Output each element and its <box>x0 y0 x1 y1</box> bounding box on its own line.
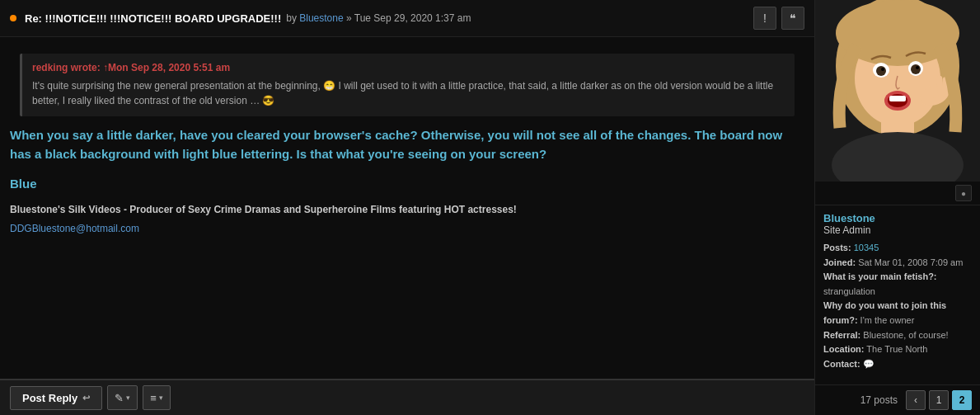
post-title: Re: !!!NOTICE!!! !!!NOTICE!!! BOARD UPGR… <box>25 12 281 25</box>
user-avatar <box>815 0 980 182</box>
tools-button[interactable]: ✎ ▾ <box>107 385 138 410</box>
new-post-indicator <box>10 15 16 21</box>
user-sidebar: ● Bluestone Site Admin Posts: 10345 Join… <box>815 0 980 415</box>
fetish-value: strangulation <box>823 286 875 296</box>
username-link[interactable]: Bluestone <box>823 212 875 224</box>
user-referral-stat: Referral: Bluestone, of course! <box>823 328 972 343</box>
contact-label: Contact: <box>823 359 860 369</box>
user-fetish-stat: What is your main fetish?: strangulation <box>823 270 972 299</box>
posts-count-link[interactable]: 10345 <box>854 243 879 252</box>
post-reply-label: Post Reply <box>22 392 77 404</box>
post-separator: » <box>346 12 352 24</box>
quote-author: redking <box>32 62 68 73</box>
sort-chevron-icon: ▾ <box>159 394 163 402</box>
referral-value: Bluestone, of course! <box>863 330 948 340</box>
quote-header: redking wrote: ↑Mon Sep 28, 2020 5:51 am <box>32 62 785 73</box>
quote-text: It's quite surprising the new general pr… <box>32 78 785 108</box>
scroll-indicator: ● <box>815 182 980 205</box>
post-author-link[interactable]: Bluestone <box>299 12 343 24</box>
posts-label: Posts: <box>823 243 851 252</box>
main-wrapper: Re: !!!NOTICE!!! !!!NOTICE!!! BOARD UPGR… <box>0 0 980 415</box>
location-value: The True North <box>866 344 927 354</box>
post-reply-button[interactable]: Post Reply ↩ <box>10 386 102 410</box>
by-label: by <box>286 12 297 24</box>
post-content-area: Re: !!!NOTICE!!! !!!NOTICE!!! BOARD UPGR… <box>0 0 815 415</box>
post-timestamp: Tue Sep 29, 2020 1:37 am <box>354 12 471 24</box>
post-container: Re: !!!NOTICE!!! !!!NOTICE!!! BOARD UPGR… <box>0 0 980 415</box>
tools-icon: ✎ <box>115 392 124 404</box>
sort-button[interactable]: ≡ ▾ <box>143 385 171 410</box>
user-role: Site Admin <box>823 224 972 236</box>
pagination-area: 17 posts ‹ 1 2 <box>815 384 980 415</box>
post-main-text: When you say a little darker, have you c… <box>10 126 804 163</box>
quote-block: redking wrote: ↑Mon Sep 28, 2020 5:51 am… <box>20 54 795 116</box>
quote-wrote-label: wrote: <box>71 62 101 73</box>
user-contact-stat: Contact: 💬 <box>823 357 972 372</box>
svg-rect-12 <box>889 96 906 101</box>
email-link[interactable]: DDGBluestone@hotmail.com <box>10 223 139 234</box>
bottom-toolbar: Post Reply ↩ ✎ ▾ ≡ ▾ <box>0 379 814 415</box>
post-header-left: Re: !!!NOTICE!!! !!!NOTICE!!! BOARD UPGR… <box>10 12 471 25</box>
user-joined-stat: Joined: Sat Mar 01, 2008 7:09 am <box>823 256 972 271</box>
posts-count: 17 posts <box>860 394 898 406</box>
joined-value: Sat Mar 01, 2008 7:09 am <box>858 257 963 267</box>
tools-chevron-icon: ▾ <box>126 394 130 402</box>
user-join-reason-stat: Why do you want to join this forum?: I'm… <box>823 299 972 328</box>
signature-line: Bluestone's Silk Videos - Producer of Se… <box>10 204 804 215</box>
quote-button[interactable]: ❝ <box>781 7 804 30</box>
join-reason-value: I'm the owner <box>860 315 915 325</box>
sort-icon: ≡ <box>150 392 157 404</box>
contact-icon[interactable]: 💬 <box>863 359 874 369</box>
page-2-button[interactable]: 2 <box>952 390 972 410</box>
svg-point-6 <box>876 66 886 76</box>
scroll-button[interactable]: ● <box>955 185 972 201</box>
svg-point-7 <box>911 64 921 74</box>
svg-point-9 <box>916 66 919 69</box>
user-posts-stat: Posts: 10345 <box>823 241 972 256</box>
referral-label: Referral: <box>823 330 860 340</box>
post-reply-arrow-icon: ↩ <box>82 393 90 403</box>
user-location-stat: Location: The True North <box>823 342 972 357</box>
signature-name: Blue <box>10 177 804 191</box>
prev-page-button[interactable]: ‹ <box>906 390 926 410</box>
fetish-label: What is your main fetish?: <box>823 271 937 281</box>
report-button[interactable]: ! <box>753 7 776 30</box>
avatar-image <box>815 0 980 182</box>
bottom-left: Post Reply ↩ ✎ ▾ ≡ ▾ <box>10 385 171 410</box>
post-meta: by Bluestone » Tue Sep 29, 2020 1:37 am <box>286 12 471 24</box>
post-header-icons: ! ❝ <box>753 7 804 30</box>
location-label: Location: <box>823 344 865 354</box>
page-1-button[interactable]: 1 <box>929 390 949 410</box>
svg-point-8 <box>881 68 884 71</box>
post-body: redking wrote: ↑Mon Sep 28, 2020 5:51 am… <box>0 37 814 379</box>
quote-timestamp: ↑Mon Sep 28, 2020 5:51 am <box>103 62 230 73</box>
joined-label: Joined: <box>823 257 856 267</box>
user-info: Bluestone Site Admin Posts: 10345 Joined… <box>815 205 980 384</box>
post-header: Re: !!!NOTICE!!! !!!NOTICE!!! BOARD UPGR… <box>0 0 814 37</box>
